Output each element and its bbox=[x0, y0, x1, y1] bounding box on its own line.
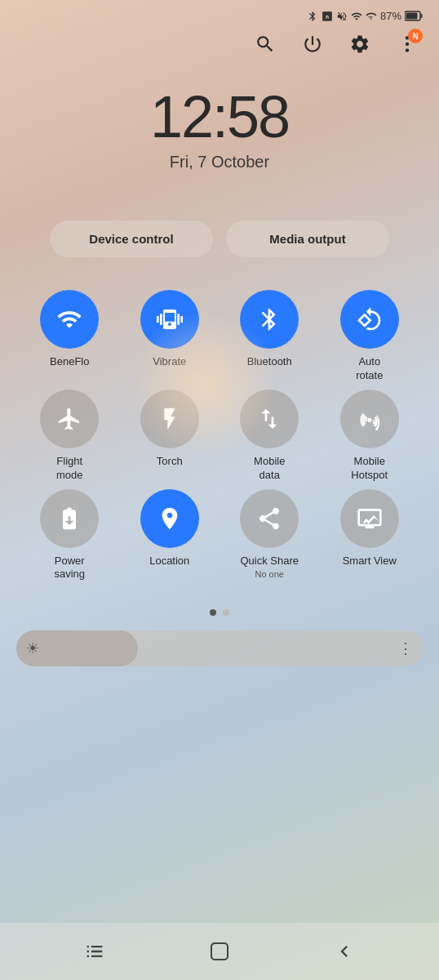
wifi-status-icon bbox=[351, 11, 362, 22]
beneflo-icon-bg bbox=[40, 290, 99, 349]
svg-rect-1 bbox=[406, 13, 418, 20]
smartview-icon bbox=[357, 506, 383, 532]
tile-beneflo[interactable]: BeneFlo bbox=[27, 290, 113, 383]
page-dot-1[interactable] bbox=[210, 609, 216, 616]
quick-share-icon-bg bbox=[240, 489, 299, 548]
flight-mode-label: Flightmode bbox=[56, 455, 83, 483]
clock-section: 12:58 Fri, 7 October bbox=[0, 63, 439, 188]
wifi-icon bbox=[56, 306, 82, 332]
data-icon bbox=[256, 406, 282, 432]
tile-torch[interactable]: Torch bbox=[126, 390, 212, 483]
hotspot-icon bbox=[357, 406, 383, 432]
quick-tiles-section: BeneFlo Vibrate Bluetooth Autorotate bbox=[0, 274, 439, 596]
tile-vibrate[interactable]: Vibrate bbox=[126, 290, 212, 383]
more-options-button[interactable]: N bbox=[395, 32, 419, 56]
torch-label: Torch bbox=[157, 455, 183, 469]
page-dot-2[interactable] bbox=[223, 609, 229, 616]
airplane-icon bbox=[56, 406, 82, 432]
settings-button[interactable] bbox=[348, 32, 372, 56]
svg-point-5 bbox=[406, 48, 409, 51]
device-control-button[interactable]: Device control bbox=[50, 220, 213, 257]
mobile-hotspot-label: MobileHotspot bbox=[351, 455, 388, 483]
quick-share-label: Quick Share bbox=[240, 555, 299, 568]
top-action-bar: N bbox=[0, 25, 439, 63]
search-button[interactable] bbox=[253, 32, 277, 56]
status-icons: 87% bbox=[307, 10, 423, 22]
clock-time: 12:58 bbox=[16, 87, 423, 146]
notification-badge: N bbox=[408, 29, 423, 43]
tile-smart-view[interactable]: Smart View bbox=[326, 489, 412, 582]
media-output-button[interactable]: Media output bbox=[226, 220, 389, 257]
tile-auto-rotate[interactable]: Autorotate bbox=[326, 290, 412, 383]
signal-status-icon bbox=[366, 11, 377, 22]
bluetooth-icon bbox=[256, 306, 282, 332]
recents-button[interactable] bbox=[80, 937, 109, 966]
nfc-status-icon bbox=[321, 11, 333, 22]
bluetooth-status-icon bbox=[307, 11, 318, 22]
battery-icon bbox=[405, 11, 423, 21]
back-button[interactable] bbox=[330, 937, 359, 966]
tile-flight-mode[interactable]: Flightmode bbox=[27, 390, 113, 483]
mobile-data-icon-bg bbox=[240, 390, 299, 448]
svg-rect-2 bbox=[421, 14, 423, 18]
status-bar: 87% bbox=[0, 0, 439, 25]
clock-date: Fri, 7 October bbox=[16, 153, 423, 172]
power-saving-label: Powersaving bbox=[54, 555, 85, 582]
rotate-icon-bg bbox=[340, 290, 399, 349]
page-dots bbox=[0, 596, 439, 624]
vibrate-icon-bg bbox=[140, 290, 199, 349]
tile-power-saving[interactable]: Powersaving bbox=[27, 489, 113, 582]
tile-mobile-data[interactable]: Mobiledata bbox=[227, 390, 313, 483]
home-button[interactable] bbox=[205, 937, 234, 966]
smart-view-label: Smart View bbox=[343, 555, 397, 568]
quick-share-sublabel: No one bbox=[255, 569, 284, 579]
rotate-icon bbox=[357, 306, 383, 332]
quick-buttons-row: Device control Media output bbox=[0, 188, 439, 274]
power-saving-icon-bg bbox=[40, 489, 99, 548]
vibrate-label: Vibrate bbox=[153, 355, 186, 369]
location-icon bbox=[157, 506, 183, 532]
power-button[interactable] bbox=[300, 32, 325, 56]
hotspot-icon-bg bbox=[340, 390, 399, 448]
location-icon-bg bbox=[140, 489, 199, 548]
share-icon bbox=[256, 506, 282, 532]
brightness-bar[interactable]: ☀ ⋮ bbox=[16, 630, 423, 666]
mute-status-icon bbox=[336, 11, 348, 22]
torch-icon-bg bbox=[140, 390, 199, 448]
tile-bluetooth[interactable]: Bluetooth bbox=[227, 290, 313, 383]
svg-point-4 bbox=[406, 42, 409, 46]
bluetooth-label: Bluetooth bbox=[247, 355, 292, 369]
navigation-bar bbox=[0, 923, 439, 980]
tile-location[interactable]: Location bbox=[126, 489, 212, 582]
location-label: Location bbox=[149, 555, 189, 568]
tiles-row-3: Powersaving Location Quick Share No one … bbox=[20, 489, 419, 582]
beneflo-label: BeneFlo bbox=[50, 355, 89, 369]
brightness-sun-icon: ☀ bbox=[26, 639, 39, 657]
auto-rotate-label: Autorotate bbox=[356, 355, 383, 383]
tile-mobile-hotspot[interactable]: MobileHotspot bbox=[326, 390, 412, 483]
brightness-more-icon[interactable]: ⋮ bbox=[398, 639, 413, 657]
torch-icon bbox=[157, 406, 183, 432]
mobile-data-label: Mobiledata bbox=[254, 455, 285, 483]
vibrate-icon bbox=[157, 306, 183, 332]
bluetooth-icon-bg bbox=[240, 290, 299, 349]
tiles-row-1: BeneFlo Vibrate Bluetooth Autorotate bbox=[20, 290, 419, 383]
flight-icon-bg bbox=[40, 390, 99, 448]
smart-view-icon-bg bbox=[340, 489, 399, 548]
tile-quick-share[interactable]: Quick Share No one bbox=[227, 489, 313, 582]
svg-rect-6 bbox=[211, 943, 228, 960]
battery-saver-icon bbox=[56, 506, 82, 532]
tiles-row-2: Flightmode Torch Mobiledata MobileHotspo… bbox=[20, 390, 419, 483]
battery-percentage: 87% bbox=[380, 10, 401, 22]
